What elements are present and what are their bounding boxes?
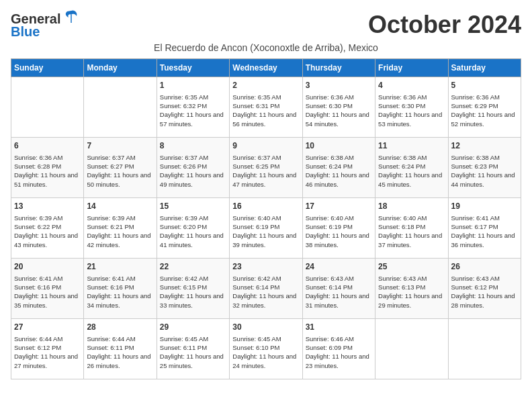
day-info: Sunrise: 6:37 AMSunset: 6:27 PMDaylight:… (87, 153, 153, 189)
sunset-info: Sunset: 6:20 PM (160, 223, 207, 230)
weekday-header-friday: Friday (375, 59, 448, 77)
calendar-cell: 2Sunrise: 6:35 AMSunset: 6:31 PMDaylight… (230, 77, 302, 138)
day-number: 9 (232, 140, 299, 152)
daylight-info: Daylight: 11 hours and 50 minutes. (87, 171, 150, 187)
daylight-info: Daylight: 11 hours and 47 minutes. (232, 171, 296, 187)
day-info: Sunrise: 6:36 AMSunset: 6:30 PMDaylight:… (378, 93, 445, 128)
daylight-info: Daylight: 11 hours and 52 minutes. (451, 111, 515, 127)
logo: General Blue (11, 11, 81, 40)
calendar-cell: 3Sunrise: 6:36 AMSunset: 6:30 PMDaylight… (302, 77, 375, 138)
calendar-cell: 26Sunrise: 6:43 AMSunset: 6:12 PMDayligh… (448, 259, 521, 319)
day-number: 31 (306, 322, 372, 333)
daylight-info: Daylight: 11 hours and 23 minutes. (306, 353, 369, 369)
calendar-cell (84, 77, 157, 138)
day-number: 4 (378, 80, 445, 91)
day-info: Sunrise: 6:42 AMSunset: 6:15 PMDaylight:… (160, 274, 226, 310)
calendar-body: 1Sunrise: 6:35 AMSunset: 6:32 PMDaylight… (11, 77, 521, 379)
sunset-info: Sunset: 6:24 PM (378, 163, 425, 170)
day-info: Sunrise: 6:38 AMSunset: 6:23 PMDaylight:… (451, 153, 518, 189)
day-info: Sunrise: 6:43 AMSunset: 6:13 PMDaylight:… (378, 274, 445, 310)
daylight-info: Daylight: 11 hours and 36 minutes. (451, 232, 515, 248)
sunrise-info: Sunrise: 6:38 AM (451, 154, 500, 161)
sunrise-info: Sunrise: 6:40 AM (378, 214, 427, 222)
day-number: 14 (87, 201, 153, 212)
sunrise-info: Sunrise: 6:43 AM (451, 275, 500, 282)
day-number: 19 (451, 201, 518, 212)
day-info: Sunrise: 6:35 AMSunset: 6:32 PMDaylight:… (160, 93, 226, 128)
daylight-info: Daylight: 11 hours and 49 minutes. (160, 171, 224, 187)
week-row-1: 1Sunrise: 6:35 AMSunset: 6:32 PMDaylight… (11, 77, 521, 138)
calendar-cell: 9Sunrise: 6:37 AMSunset: 6:25 PMDaylight… (230, 138, 302, 198)
sunset-info: Sunset: 6:15 PM (160, 283, 207, 291)
sunrise-info: Sunrise: 6:35 AM (232, 93, 281, 101)
day-number: 11 (378, 140, 445, 152)
day-info: Sunrise: 6:42 AMSunset: 6:14 PMDaylight:… (232, 274, 299, 310)
day-info: Sunrise: 6:46 AMSunset: 6:09 PMDaylight:… (306, 334, 372, 370)
calendar-cell: 18Sunrise: 6:40 AMSunset: 6:18 PMDayligh… (375, 198, 448, 259)
sunset-info: Sunset: 6:14 PM (306, 283, 353, 291)
daylight-info: Daylight: 11 hours and 27 minutes. (14, 353, 78, 369)
daylight-info: Daylight: 11 hours and 44 minutes. (451, 171, 515, 187)
sunrise-info: Sunrise: 6:37 AM (160, 154, 208, 161)
daylight-info: Daylight: 11 hours and 24 minutes. (232, 353, 296, 369)
weekday-header-wednesday: Wednesday (230, 59, 302, 77)
sunrise-info: Sunrise: 6:42 AM (232, 275, 281, 282)
calendar-cell: 7Sunrise: 6:37 AMSunset: 6:27 PMDaylight… (84, 138, 157, 198)
day-info: Sunrise: 6:36 AMSunset: 6:28 PMDaylight:… (14, 153, 81, 189)
sunrise-info: Sunrise: 6:35 AM (160, 93, 208, 101)
weekday-header-thursday: Thursday (302, 59, 375, 77)
sunset-info: Sunset: 6:30 PM (378, 102, 425, 109)
daylight-info: Daylight: 11 hours and 38 minutes. (306, 232, 369, 248)
day-number: 2 (232, 80, 299, 91)
sunrise-info: Sunrise: 6:41 AM (87, 275, 135, 282)
sunset-info: Sunset: 6:19 PM (306, 223, 353, 230)
calendar-cell: 31Sunrise: 6:46 AMSunset: 6:09 PMDayligh… (302, 319, 375, 379)
sunset-info: Sunset: 6:27 PM (87, 163, 134, 170)
day-info: Sunrise: 6:38 AMSunset: 6:24 PMDaylight:… (378, 153, 445, 189)
daylight-info: Daylight: 11 hours and 33 minutes. (160, 292, 224, 308)
logo-bird-icon (62, 8, 81, 27)
day-info: Sunrise: 6:41 AMSunset: 6:16 PMDaylight:… (14, 274, 81, 310)
sunset-info: Sunset: 6:25 PM (232, 163, 279, 170)
calendar-cell (11, 77, 84, 138)
calendar-cell: 25Sunrise: 6:43 AMSunset: 6:13 PMDayligh… (375, 259, 448, 319)
daylight-info: Daylight: 11 hours and 57 minutes. (160, 111, 224, 127)
sunset-info: Sunset: 6:32 PM (160, 102, 207, 109)
day-number: 17 (306, 201, 372, 212)
calendar-table: SundayMondayTuesdayWednesdayThursdayFrid… (11, 58, 521, 379)
weekday-header-monday: Monday (84, 59, 157, 77)
sunset-info: Sunset: 6:11 PM (87, 344, 134, 351)
calendar-cell: 24Sunrise: 6:43 AMSunset: 6:14 PMDayligh… (302, 259, 375, 319)
calendar-cell: 16Sunrise: 6:40 AMSunset: 6:19 PMDayligh… (230, 198, 302, 259)
daylight-info: Daylight: 11 hours and 35 minutes. (14, 292, 78, 308)
calendar-cell: 4Sunrise: 6:36 AMSunset: 6:30 PMDaylight… (375, 77, 448, 138)
daylight-info: Daylight: 11 hours and 56 minutes. (232, 111, 296, 127)
daylight-info: Daylight: 11 hours and 25 minutes. (160, 353, 224, 369)
sunrise-info: Sunrise: 6:36 AM (14, 154, 62, 161)
calendar-cell: 8Sunrise: 6:37 AMSunset: 6:26 PMDaylight… (157, 138, 229, 198)
calendar-cell: 12Sunrise: 6:38 AMSunset: 6:23 PMDayligh… (448, 138, 521, 198)
sunrise-info: Sunrise: 6:38 AM (378, 154, 427, 161)
day-info: Sunrise: 6:44 AMSunset: 6:11 PMDaylight:… (87, 334, 153, 370)
logo-blue: Blue (11, 24, 40, 40)
day-number: 21 (87, 261, 153, 273)
daylight-info: Daylight: 11 hours and 29 minutes. (378, 292, 442, 308)
day-info: Sunrise: 6:43 AMSunset: 6:14 PMDaylight:… (306, 274, 372, 310)
day-number: 18 (378, 201, 445, 212)
daylight-info: Daylight: 11 hours and 31 minutes. (306, 292, 369, 308)
sunset-info: Sunset: 6:31 PM (232, 102, 279, 109)
day-number: 10 (306, 140, 372, 152)
sunset-info: Sunset: 6:11 PM (160, 344, 207, 351)
calendar-cell: 11Sunrise: 6:38 AMSunset: 6:24 PMDayligh… (375, 138, 448, 198)
day-info: Sunrise: 6:39 AMSunset: 6:22 PMDaylight:… (14, 214, 81, 249)
week-row-5: 27Sunrise: 6:44 AMSunset: 6:12 PMDayligh… (11, 319, 521, 379)
day-number: 20 (14, 261, 81, 273)
calendar-cell: 19Sunrise: 6:41 AMSunset: 6:17 PMDayligh… (448, 198, 521, 259)
calendar-cell: 22Sunrise: 6:42 AMSunset: 6:15 PMDayligh… (157, 259, 229, 319)
sunrise-info: Sunrise: 6:43 AM (378, 275, 427, 282)
sunrise-info: Sunrise: 6:37 AM (232, 154, 281, 161)
location-title: El Recuerdo de Ancon (Xoconoxtle de Arri… (11, 42, 521, 53)
day-info: Sunrise: 6:45 AMSunset: 6:10 PMDaylight:… (232, 334, 299, 370)
calendar-cell: 27Sunrise: 6:44 AMSunset: 6:12 PMDayligh… (11, 319, 84, 379)
day-info: Sunrise: 6:38 AMSunset: 6:24 PMDaylight:… (306, 153, 372, 189)
